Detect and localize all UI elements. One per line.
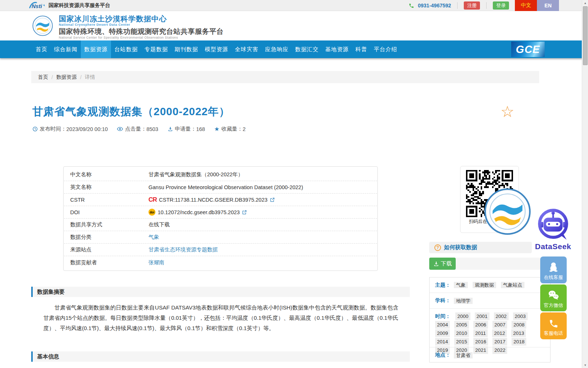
- nav-item[interactable]: 首页: [32, 40, 51, 58]
- topic-tag[interactable]: 气象站点: [501, 282, 524, 288]
- nav-item[interactable]: 数据资源: [81, 40, 111, 58]
- external-link-icon[interactable]: [242, 209, 247, 215]
- year-tag[interactable]: 2014: [435, 338, 450, 346]
- qq-icon: [548, 262, 559, 273]
- breadcrumb-item[interactable]: 首页: [38, 74, 48, 81]
- cstr-value: CSTR:11738.11.NCDC.GSEER.DB3975.2023: [159, 197, 268, 203]
- year-tag[interactable]: 2007: [492, 321, 507, 329]
- table-row: 数据分类气象: [64, 231, 377, 244]
- dataseek-widget[interactable]: DataSeek: [534, 208, 572, 251]
- year-tag[interactable]: 2016: [473, 338, 488, 346]
- service-button-label: 官方微信: [544, 302, 563, 309]
- year-tag[interactable]: 2008: [512, 321, 526, 329]
- service-button-wechat[interactable]: 官方微信: [540, 284, 567, 311]
- nav-item[interactable]: 期刊数据: [171, 40, 201, 58]
- table-link[interactable]: 气象: [148, 234, 159, 241]
- download-label: 下载: [441, 260, 452, 267]
- year-tag[interactable]: 2002: [494, 312, 509, 320]
- breadcrumb: 首页/数据资源/详情: [31, 71, 539, 83]
- service-button-label: 客服电话: [544, 330, 563, 337]
- meta-value: 2023/09/20 00:10: [67, 126, 108, 132]
- year-tag[interactable]: 2004: [435, 321, 450, 329]
- nav-item[interactable]: 数据汇交: [292, 40, 322, 58]
- meta-value: 2: [243, 126, 245, 132]
- page-scrollbar[interactable]: ▲ ▼: [582, 0, 588, 368]
- table-label: 英文名称: [64, 184, 148, 191]
- wechat-icon: [548, 290, 559, 301]
- register-button[interactable]: 注册: [464, 1, 480, 10]
- nav-item[interactable]: 专题数据: [141, 40, 171, 58]
- abstract-section-title: 数据集摘要: [31, 287, 410, 297]
- table-link[interactable]: 甘肃省生态环境资源专题数据: [148, 246, 218, 253]
- download-icon: [433, 261, 439, 267]
- main-nav: 首页综合新闻数据资源台站数据专题数据期刊数据模型资源全球灾害应急响应数据汇交基地…: [0, 40, 588, 58]
- year-tag[interactable]: 2013: [511, 329, 526, 337]
- year-tag[interactable]: 2010: [454, 329, 469, 337]
- download-bar: 下载: [429, 258, 540, 270]
- year-tag[interactable]: 2003: [513, 312, 528, 320]
- year-tag[interactable]: 2012: [492, 329, 507, 337]
- subject-row: 学科： 地理学: [430, 293, 550, 309]
- nav-item[interactable]: 台站数据: [111, 40, 141, 58]
- phone-icon: [409, 3, 414, 8]
- site-name: 国家科技资源共享服务平台: [49, 2, 110, 9]
- external-link-icon[interactable]: [270, 197, 275, 202]
- meta-item: 发布时间：2023/09/20 00:10: [32, 125, 108, 132]
- breadcrumb-item: 详情: [85, 74, 95, 81]
- year-tag[interactable]: 2018: [512, 338, 526, 346]
- nav-item[interactable]: 应急响应: [262, 40, 292, 58]
- year-tag[interactable]: 2001: [475, 312, 490, 320]
- table-label: 中文名称: [64, 171, 148, 178]
- favorite-star-icon[interactable]: ☆: [501, 104, 514, 120]
- table-link[interactable]: 张耀南: [148, 259, 165, 266]
- download-icon: [168, 126, 173, 132]
- nav-item[interactable]: 平台介绍: [370, 40, 401, 58]
- year-tag[interactable]: 2017: [492, 338, 507, 346]
- table-row: 英文名称Gansu Province Meteorological Observ…: [64, 181, 377, 194]
- breadcrumb-separator: /: [51, 74, 53, 80]
- subject-tag[interactable]: 地理学: [454, 298, 473, 304]
- scroll-down-arrow-icon[interactable]: ▼: [582, 362, 588, 368]
- login-button[interactable]: 登录: [493, 1, 509, 10]
- topic-row: 主题： 气象观测数据气象站点: [430, 277, 550, 293]
- year-tag[interactable]: 2015: [454, 338, 469, 346]
- breadcrumb-item[interactable]: 数据资源: [56, 74, 77, 81]
- tags-panel: 主题： 气象观测数据气象站点 学科： 地理学 时间： 2000200120022…: [429, 277, 551, 362]
- location-label: 地点：: [435, 352, 451, 358]
- table-value: 在线下载: [148, 221, 170, 228]
- download-button[interactable]: 下载: [429, 258, 456, 270]
- star-icon: ★: [214, 126, 219, 132]
- year-tag[interactable]: 2009: [435, 329, 450, 337]
- dataset-meta: 发布时间：2023/09/20 00:10点击量：8503申请量：168★收藏量…: [32, 125, 255, 132]
- year-tag[interactable]: 2022: [492, 346, 507, 354]
- nav-item[interactable]: 综合新闻: [51, 40, 81, 58]
- nav-item[interactable]: 模型资源: [201, 40, 232, 58]
- lang-en-button[interactable]: EN: [537, 0, 559, 11]
- year-tag[interactable]: 2006: [473, 321, 488, 329]
- year-tag[interactable]: 2005: [454, 321, 469, 329]
- center-logo: [32, 15, 53, 36]
- gce-banner[interactable]: GCE: [511, 42, 545, 57]
- topic-tag[interactable]: 气象: [454, 282, 468, 288]
- how-to-get-data[interactable]: ? 如何获取数据: [429, 242, 532, 253]
- table-label: 数据贡献者: [64, 259, 148, 266]
- nav-item[interactable]: 全球灾害: [232, 40, 262, 58]
- table-label: 来源站点: [64, 246, 148, 253]
- dataset-info-table: 中文名称甘肃省气象观测数据集（2000-2022年）英文名称Gansu Prov…: [63, 166, 378, 271]
- scroll-up-arrow-icon[interactable]: ▲: [582, 0, 588, 6]
- service-button-qq[interactable]: 在线客服: [540, 256, 567, 283]
- svg-text:Nsti: Nsti: [32, 3, 42, 9]
- location-tag[interactable]: 甘肃省: [454, 352, 473, 358]
- lang-zh-button[interactable]: 中文: [515, 0, 537, 11]
- topic-tag[interactable]: 观测数据: [473, 282, 496, 288]
- help-icon: ?: [434, 244, 441, 251]
- table-row: 来源站点甘肃省生态环境资源专题数据: [64, 244, 377, 256]
- meta-item: ★收藏量：2: [214, 125, 245, 132]
- nav-item[interactable]: 科普: [352, 40, 370, 58]
- scrollbar-thumb[interactable]: [583, 6, 588, 65]
- meta-value: 8503: [146, 126, 158, 132]
- nav-item[interactable]: 基地资源: [322, 40, 352, 58]
- year-tag[interactable]: 2011: [473, 329, 488, 337]
- service-button-phone[interactable]: 客服电话: [540, 312, 567, 339]
- year-tag[interactable]: 2000: [455, 312, 470, 320]
